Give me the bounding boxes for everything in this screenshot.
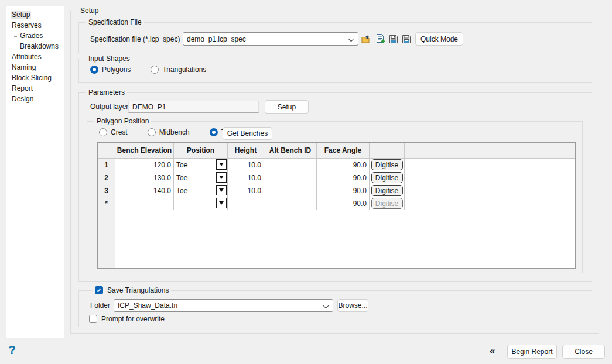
digitise-button[interactable]: Digitise — [371, 159, 403, 170]
begin-report-button[interactable]: Begin Report — [507, 345, 557, 359]
sidebar-item-label: Attributes — [11, 53, 43, 61]
radio-icon — [90, 66, 98, 74]
alt-bench-id-cell[interactable] — [264, 197, 317, 210]
setup-group: Setup Specification File Specification f… — [70, 11, 599, 334]
get-benches-button[interactable]: Get Benches — [223, 127, 272, 140]
height-cell[interactable]: 10.0 — [228, 171, 264, 184]
navigation-sidebar: SetupReservesGradesBreakdownsAttributesN… — [6, 6, 64, 338]
open-folder-icon[interactable] — [361, 34, 371, 44]
sidebar-item-label: Block Slicing — [11, 74, 53, 82]
output-layer-value: DEMO_P1 — [132, 103, 166, 111]
output-layer-field[interactable]: DEMO_P1 — [128, 101, 259, 113]
column-header — [370, 143, 405, 159]
row-header-gutter — [98, 210, 115, 268]
position-cell[interactable]: Toe — [174, 159, 228, 171]
table-header-row: Bench ElevationPositionHeightAlt Bench I… — [98, 143, 575, 159]
row-header-cell[interactable]: 2 — [98, 171, 115, 184]
position-cell[interactable] — [174, 197, 228, 210]
radio-icon — [210, 128, 218, 136]
collapse-panel-button[interactable]: « — [490, 345, 494, 357]
position-cell[interactable]: Toe — [174, 184, 228, 197]
height-cell[interactable] — [228, 197, 264, 210]
save-as-icon[interactable] — [401, 34, 412, 44]
position-dropdown-button[interactable] — [216, 198, 227, 208]
sidebar-item-reserves[interactable]: Reserves — [6, 20, 64, 30]
radio-label: Crest — [111, 128, 128, 136]
position-dropdown-button[interactable] — [216, 185, 227, 195]
face-angle-cell[interactable]: 90.0 — [317, 159, 370, 171]
sidebar-item-label: Breakdowns — [19, 42, 60, 50]
sidebar-item-label: Design — [11, 95, 35, 103]
dropdown-arrow-icon — [219, 188, 224, 192]
spec-file-combo[interactable]: demo_p1.icp_spec — [183, 32, 358, 46]
face-angle-cell[interactable]: 90.0 — [317, 184, 370, 197]
column-header: Bench Elevation — [115, 143, 174, 159]
output-layer-setup-button[interactable]: Setup — [265, 100, 309, 114]
table-empty-area — [98, 210, 575, 268]
save-icon[interactable] — [388, 34, 399, 44]
polygon-position-radio-midbench[interactable]: Midbench — [148, 128, 190, 136]
action-cell: Digitise — [370, 184, 405, 197]
prompt-overwrite-checkbox[interactable] — [89, 315, 97, 323]
bench-elevation-cell[interactable]: 130.0 — [115, 171, 174, 184]
parameters-group: Parameters Output layer DEMO_P1 Setup Po… — [78, 92, 592, 282]
row-header-cell[interactable]: 1 — [98, 159, 115, 171]
sidebar-item-block-slicing[interactable]: Block Slicing — [6, 73, 64, 83]
sidebar-item-report[interactable]: Report — [6, 83, 64, 94]
radio-label: Triangulations — [162, 66, 206, 74]
bench-elevation-cell[interactable]: 140.0 — [115, 184, 174, 197]
browse-button[interactable]: Browse... — [337, 299, 368, 312]
alt-bench-id-cell[interactable] — [264, 159, 317, 171]
save-triangulations-checkbox-row[interactable]: ✓ Save Triangulations — [93, 286, 171, 294]
position-dropdown-button[interactable] — [216, 159, 227, 170]
prompt-overwrite-row[interactable]: Prompt for overwrite — [89, 315, 165, 323]
sidebar-item-design[interactable]: Design — [6, 94, 64, 104]
position-cell[interactable]: Toe — [174, 171, 228, 184]
row-filler — [405, 197, 575, 210]
radio-icon — [151, 66, 159, 74]
row-header-cell[interactable]: * — [98, 197, 115, 210]
dropdown-arrow-icon — [219, 163, 224, 166]
digitise-button[interactable]: Digitise — [371, 172, 403, 183]
sidebar-item-attributes[interactable]: Attributes — [6, 51, 64, 62]
alt-bench-id-cell[interactable] — [264, 184, 317, 197]
sidebar-item-naming[interactable]: Naming — [6, 62, 64, 73]
row-filler — [405, 184, 575, 197]
close-button[interactable]: Close — [562, 345, 605, 359]
chevron-down-icon — [323, 303, 329, 309]
column-header — [98, 143, 115, 159]
row-header-cell[interactable]: 3 — [98, 184, 115, 197]
sidebar-item-breakdowns[interactable]: Breakdowns — [6, 41, 64, 51]
new-spec-icon[interactable] — [375, 33, 386, 44]
tree-branch-icon — [11, 40, 17, 47]
chevron-down-icon — [348, 36, 354, 42]
input-shapes-radio-triangulations[interactable]: Triangulations — [151, 66, 206, 74]
radio-label: Midbench — [159, 128, 190, 136]
input-shapes-radio-polygons[interactable]: Polygons — [90, 66, 131, 74]
face-angle-cell[interactable]: 90.0 — [317, 197, 370, 210]
face-angle-cell[interactable]: 90.0 — [317, 171, 370, 184]
sidebar-item-setup[interactable]: Setup — [6, 9, 64, 20]
help-button[interactable]: ? — [8, 343, 16, 357]
position-dropdown-button[interactable] — [216, 172, 227, 183]
polygon-position-radio-crest[interactable]: Crest — [99, 128, 128, 136]
footer-separator — [0, 338, 612, 338]
bench-elevation-cell[interactable] — [115, 197, 174, 210]
spec-file-value: demo_p1.icp_spec — [187, 35, 246, 43]
bench-elevation-cell[interactable]: 120.0 — [115, 159, 174, 171]
sidebar-item-label: Setup — [11, 11, 31, 19]
quick-mode-button[interactable]: Quick Mode — [415, 32, 463, 46]
folder-combo[interactable]: ICP_Shaw_Data.tri — [114, 299, 333, 312]
digitise-button[interactable]: Digitise — [371, 185, 403, 196]
specification-file-group: Specification File Specification file (*… — [78, 22, 592, 53]
action-cell: Digitise — [370, 159, 405, 171]
save-triangulations-checkbox[interactable]: ✓ — [95, 286, 103, 294]
height-cell[interactable]: 10.0 — [228, 159, 264, 171]
prompt-overwrite-label: Prompt for overwrite — [101, 315, 165, 323]
radio-icon — [99, 128, 107, 136]
alt-bench-id-cell[interactable] — [264, 171, 317, 184]
digitise-button: Digitise — [371, 198, 403, 209]
height-cell[interactable]: 10.0 — [228, 184, 264, 197]
sidebar-item-grades[interactable]: Grades — [6, 30, 64, 41]
bench-table: Bench ElevationPositionHeightAlt Bench I… — [97, 142, 576, 269]
